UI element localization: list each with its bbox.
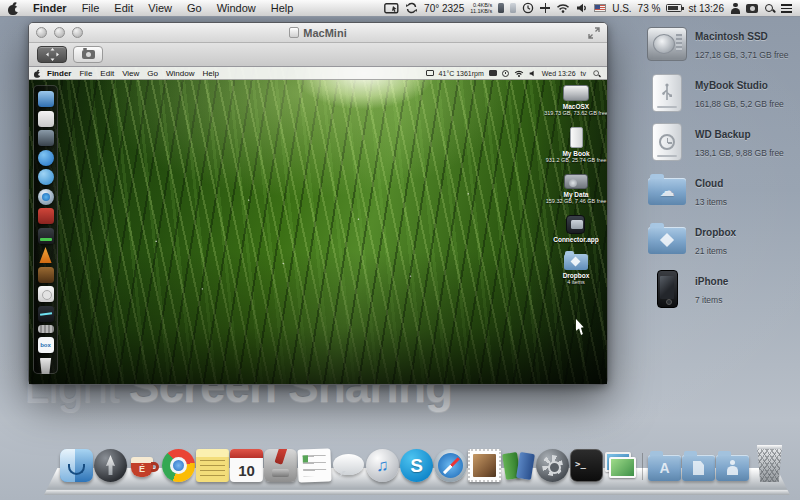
remote-dock-frontrow-icon[interactable] — [38, 208, 54, 224]
desktop-icon-wd-backup[interactable]: WD Backup 138,1 GB, 9,88 GB free — [646, 122, 798, 162]
battery-percentage[interactable]: 73 % — [638, 3, 661, 14]
desktop-icon-dropbox[interactable]: Dropbox 21 items — [646, 220, 798, 260]
menu-go[interactable]: Go — [187, 2, 202, 14]
remote-menu-clock[interactable]: Wed 13:26 — [542, 70, 576, 77]
remote-menu-view[interactable]: View — [122, 69, 139, 78]
fast-user-switching-icon[interactable] — [730, 3, 740, 14]
dock-calendar-icon[interactable]: 10 — [230, 449, 263, 482]
remote-dock-activity-monitor-icon[interactable] — [38, 306, 54, 322]
remote-dock-mail-icon[interactable] — [38, 111, 54, 127]
remote-dock-ruler-icon[interactable] — [38, 325, 54, 333]
menu-edit[interactable]: Edit — [114, 2, 133, 14]
remote-display-status-icon[interactable] — [426, 70, 434, 76]
time-machine-status-icon[interactable] — [522, 2, 534, 14]
screen-sharing-status-icon[interactable] — [384, 3, 399, 14]
sync-status-icon[interactable] — [405, 2, 418, 14]
remote-menu-finder[interactable]: Finder — [47, 69, 71, 78]
scale-screen-button[interactable] — [37, 46, 67, 63]
dock-documents-folder-icon[interactable] — [682, 455, 715, 481]
menu-finder[interactable]: Finder — [33, 2, 67, 14]
remote-icon-dropbox[interactable]: Dropbox 4 items — [563, 254, 590, 285]
dock-preferences-icon[interactable] — [536, 449, 569, 482]
remote-spotlight-icon[interactable] — [593, 69, 601, 77]
dock-terminal-icon[interactable]: >_ — [570, 449, 603, 482]
dock-launchpad-icon[interactable] — [94, 449, 127, 482]
desktop-icon-mybook-studio[interactable]: MyBook Studio 161,88 GB, 5,2 GB free — [646, 73, 798, 113]
remote-icon-mybook[interactable]: My Book 931.2 GB, 25.74 GB free — [546, 127, 607, 163]
remote-icon-macosx[interactable]: MacOSX 319.73 GB, 73.62 GB free — [544, 85, 607, 116]
remote-menu-edit[interactable]: Edit — [100, 69, 114, 78]
remote-apple-menu-icon[interactable] — [34, 70, 41, 77]
us-flag-icon[interactable] — [594, 4, 606, 12]
remote-dock-safari-icon[interactable] — [38, 189, 54, 205]
remote-screen-status-icon[interactable] — [489, 70, 497, 76]
dock-skype-icon[interactable]: S — [400, 449, 433, 482]
apple-menu-icon[interactable] — [8, 3, 19, 15]
location-status-icon[interactable] — [540, 3, 550, 13]
menu-window[interactable]: Window — [217, 2, 256, 14]
dock-reminders-icon[interactable] — [297, 448, 331, 482]
dock-utility-icon[interactable] — [264, 449, 297, 482]
desktop-icon-iphone[interactable]: iPhone 7 items — [646, 269, 798, 309]
desktop-icon-macintosh-ssd[interactable]: Macintosh SSD 127,18 GB, 3,71 GB free — [646, 24, 798, 64]
remote-dock-ipod-icon[interactable] — [38, 286, 54, 302]
spotlight-search-icon[interactable] — [764, 3, 775, 14]
volume-status-icon[interactable] — [576, 3, 588, 13]
dock-notes-icon[interactable] — [196, 449, 229, 482]
screenshot-button[interactable] — [73, 46, 103, 63]
wifi-status-icon[interactable] — [556, 3, 570, 13]
dock-screen-sharing-icon[interactable] — [604, 449, 637, 482]
remote-menu-file[interactable]: File — [79, 69, 92, 78]
remote-dock-vlc-icon[interactable] — [38, 247, 54, 263]
remote-dock-finder-icon[interactable] — [38, 91, 54, 107]
network-speed-status[interactable]: 0.4KB/s 11.1KB/s — [470, 2, 492, 14]
remote-menu-window[interactable]: Window — [166, 69, 194, 78]
temperature-status[interactable]: 70° 2325 — [424, 3, 464, 14]
menu-view[interactable]: View — [148, 2, 172, 14]
remote-dock-trash-icon[interactable] — [38, 358, 54, 374]
remote-dock-status-app-icon[interactable] — [38, 228, 54, 244]
remote-icon-mydata[interactable]: My Data 159.32 GB, 7.46 GB free — [546, 174, 607, 204]
notification-center-icon[interactable] — [781, 4, 792, 13]
time-machine-glyph-icon — [659, 134, 675, 150]
dock-chrome-icon[interactable] — [162, 449, 195, 482]
dock-itunes-icon[interactable]: ♫ — [366, 449, 399, 482]
remote-dock-box-icon[interactable]: box — [38, 337, 54, 353]
remote-volume-icon[interactable] — [529, 70, 537, 77]
window-titlebar[interactable]: MacMini — [29, 23, 607, 43]
remote-dock-media-app-icon[interactable] — [38, 267, 54, 283]
remote-menu-help[interactable]: Help — [202, 69, 218, 78]
remote-user-status[interactable]: tv — [581, 70, 586, 77]
dock-library-icon[interactable] — [502, 449, 535, 482]
desktop-icons: Macintosh SSD 127,18 GB, 3,71 GB free My… — [646, 24, 798, 309]
remote-menu-go[interactable]: Go — [147, 69, 158, 78]
fullscreen-toggle-icon[interactable] — [588, 27, 600, 39]
close-button[interactable] — [36, 27, 47, 38]
ipad-status-icon[interactable] — [510, 3, 516, 13]
dock-safari-icon[interactable] — [434, 449, 467, 482]
menu-file[interactable]: File — [82, 2, 100, 14]
dock-users-folder-icon[interactable] — [716, 455, 749, 481]
menu-help[interactable]: Help — [271, 2, 294, 14]
remote-clock-icon[interactable] — [502, 70, 509, 77]
dock-espresso-icon[interactable]: É — [128, 449, 161, 482]
remote-dock-itunes-icon[interactable] — [38, 150, 54, 166]
iphone-status-icon[interactable] — [498, 3, 504, 13]
remote-dock-browser-icon[interactable] — [38, 169, 54, 185]
dock-mail-icon[interactable] — [468, 449, 501, 482]
desktop-icon-cloud[interactable]: ☁ Cloud 13 items — [646, 171, 798, 211]
battery-icon[interactable] — [666, 4, 682, 12]
camera-status-icon[interactable] — [746, 4, 758, 13]
dock-finder-icon[interactable] — [60, 449, 93, 482]
dock-messages-icon[interactable] — [332, 449, 365, 482]
dock-applications-folder-icon[interactable]: A — [648, 455, 681, 481]
remote-sensors-status[interactable]: 41°C 1361rpm — [439, 70, 484, 77]
menu-clock[interactable]: st 13:26 — [688, 3, 724, 14]
remote-dock-display-icon[interactable] — [38, 130, 54, 146]
minimize-button[interactable] — [54, 27, 65, 38]
remote-wifi-icon[interactable] — [514, 70, 524, 77]
remote-desktop[interactable]: Finder File Edit View Go Window Help 41°… — [29, 67, 607, 384]
zoom-button[interactable] — [72, 27, 83, 38]
remote-icon-connector[interactable]: Connector.app — [553, 215, 599, 243]
keyboard-layout-status[interactable]: U.S. — [612, 3, 631, 14]
